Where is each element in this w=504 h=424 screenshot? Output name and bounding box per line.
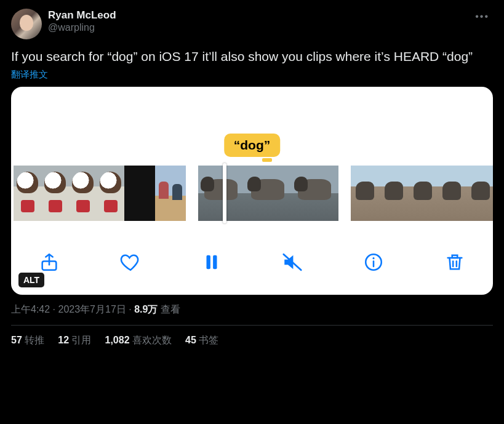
clip-frame (124, 166, 155, 221)
info-icon[interactable] (361, 250, 386, 274)
media-attachment[interactable]: “dog” (11, 87, 493, 295)
clip-frame (198, 166, 245, 221)
clip-frame (466, 166, 493, 221)
tweet-date: 2023年7月17日 (58, 304, 126, 314)
trash-icon[interactable] (442, 250, 467, 274)
user-block[interactable]: Ryan McLeod @warpling (48, 9, 116, 34)
mute-icon[interactable] (280, 250, 305, 274)
tweet-header: Ryan McLeod @warpling ••• (11, 9, 493, 39)
user-handle: @warpling (48, 22, 116, 34)
svg-point-6 (373, 257, 375, 259)
views-count: 8.9万 (134, 304, 158, 314)
clip-frame (245, 166, 292, 221)
clip-group[interactable] (351, 166, 493, 221)
tweet-container: Ryan McLeod @warpling ••• If you search … (0, 0, 504, 347)
clip-frame (41, 166, 69, 221)
svg-rect-2 (213, 255, 217, 270)
clip-group[interactable] (198, 166, 338, 221)
clip-frame (351, 166, 380, 221)
video-timeline[interactable] (11, 166, 493, 221)
alt-badge[interactable]: ALT (18, 273, 44, 287)
clip-frame (69, 166, 97, 221)
timeline-marker (262, 158, 272, 162)
avatar[interactable] (11, 9, 42, 39)
clip-frame (292, 166, 338, 221)
heart-icon[interactable] (118, 250, 143, 274)
tweet-stats: 57 转推 12 引用 1,082 喜欢次数 45 书签 (11, 334, 493, 347)
clip-frame (155, 166, 186, 221)
svg-rect-1 (206, 255, 210, 270)
clip-frame (14, 166, 41, 221)
views-label: 查看 (158, 304, 180, 314)
divider (11, 325, 493, 326)
playhead[interactable] (223, 163, 226, 223)
stat-likes[interactable]: 1,082 喜欢次数 (105, 334, 172, 347)
stat-retweets[interactable]: 57 转推 (11, 334, 44, 347)
clip-frame (97, 166, 124, 221)
clip-frame (438, 166, 466, 221)
stat-quotes[interactable]: 12 引用 (58, 334, 91, 347)
media-toolbar (11, 247, 493, 278)
tweet-time: 上午4:42 (11, 304, 50, 314)
clip-frame (380, 166, 409, 221)
clip-frame (409, 166, 438, 221)
tweet-meta[interactable]: 上午4:42 · 2023年7月17日 · 8.9万 查看 (11, 303, 493, 316)
tweet-text: If you search for “dog” on iOS 17 it’ll … (11, 48, 493, 65)
share-icon[interactable] (37, 250, 62, 274)
stat-bookmarks[interactable]: 45 书签 (185, 334, 218, 347)
pause-icon[interactable] (199, 250, 224, 274)
clip-group[interactable] (14, 166, 186, 221)
caption-bubble: “dog” (224, 134, 280, 157)
display-name: Ryan McLeod (48, 9, 116, 22)
translate-link[interactable]: 翻译推文 (11, 69, 48, 81)
more-options-icon[interactable]: ••• (471, 9, 493, 25)
